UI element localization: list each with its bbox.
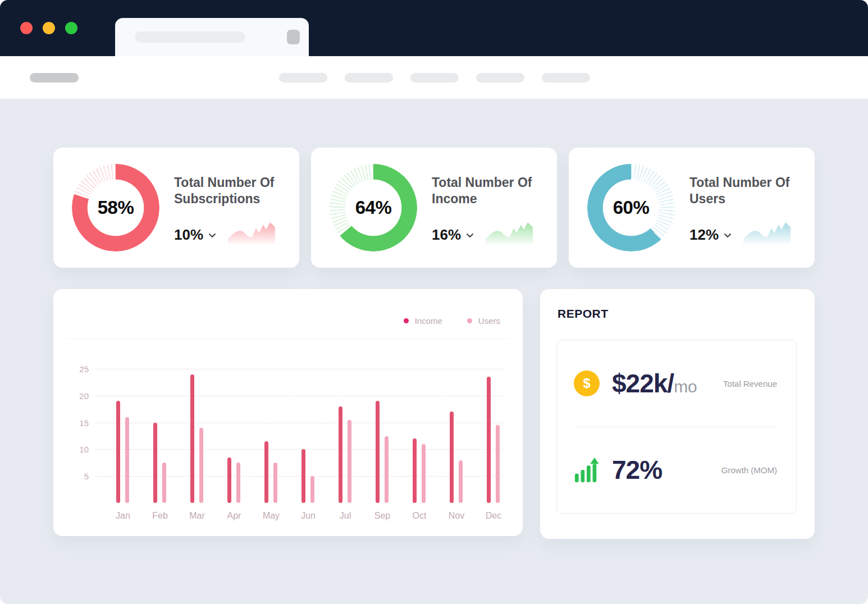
users-bar[interactable] xyxy=(273,463,277,503)
users-bar[interactable] xyxy=(125,417,129,503)
income-bar[interactable] xyxy=(116,401,120,503)
tab-title-placeholder xyxy=(135,31,245,43)
users-donut-chart: 60% xyxy=(587,164,675,251)
dashboard-content: 58% Total Number Of Subscriptions 10% xyxy=(0,99,868,539)
main-row: Income Users 252015105JanFebMarAprMayJun… xyxy=(53,289,815,539)
income-bar[interactable] xyxy=(450,411,454,503)
users-bar[interactable] xyxy=(459,460,463,503)
y-axis-tick-label: 20 xyxy=(60,391,89,400)
bar-group-may: May xyxy=(264,369,278,503)
bar-group-apr: Apr xyxy=(227,369,241,503)
subscriptions-donut-chart: 58% xyxy=(72,164,159,251)
x-axis-label: Oct xyxy=(413,511,427,521)
nav-menu-placeholders xyxy=(279,73,590,83)
delta-value: 10% xyxy=(174,226,203,244)
income-bar[interactable] xyxy=(227,457,231,503)
delta-dropdown[interactable]: 10% xyxy=(174,226,216,244)
delta-dropdown[interactable]: 16% xyxy=(432,226,474,244)
browser-toolbar xyxy=(0,56,868,99)
income-bar[interactable] xyxy=(153,423,157,503)
bar-group-jul: Jul xyxy=(339,369,352,503)
income-percent: 64% xyxy=(330,164,417,251)
income-bar[interactable] xyxy=(487,377,491,503)
income-bar[interactable] xyxy=(301,449,305,503)
report-metrics-panel: $ $22k/mo Total Revenue xyxy=(556,340,797,514)
users-bar[interactable] xyxy=(422,444,426,503)
bar-group-jun: Jun xyxy=(301,369,315,503)
x-axis-label: Dec xyxy=(486,511,501,521)
tab-close-placeholder[interactable] xyxy=(287,30,300,44)
sparkline-chart xyxy=(228,219,275,244)
sparkline-chart xyxy=(486,219,533,244)
y-axis-tick-label: 5 xyxy=(60,472,89,481)
users-bar[interactable] xyxy=(199,428,203,503)
close-window-icon[interactable] xyxy=(20,22,33,34)
bar-plot-area: 252015105JanFebMarAprMayJunJulSepOctNovD… xyxy=(95,369,502,503)
monthly-bar-chart-card: Income Users 252015105JanFebMarAprMayJun… xyxy=(53,289,523,536)
y-axis-tick-label: 10 xyxy=(60,445,89,454)
report-card: REPORT $ $22k/mo Total Revenue xyxy=(540,289,815,539)
stat-cards-row: 58% Total Number Of Subscriptions 10% xyxy=(53,148,815,268)
income-bar[interactable] xyxy=(376,401,380,503)
bar-group-dec: Dec xyxy=(487,369,500,503)
chart-divider xyxy=(67,338,509,339)
y-axis-tick-label: 25 xyxy=(60,364,89,374)
browser-tab[interactable] xyxy=(115,18,309,56)
income-bar[interactable] xyxy=(264,441,268,503)
total-revenue-suffix: mo xyxy=(674,377,697,396)
maximize-window-icon[interactable] xyxy=(65,22,77,34)
chevron-down-icon xyxy=(724,232,732,238)
total-revenue-label: Total Revenue xyxy=(723,379,777,388)
legend-users[interactable]: Users xyxy=(467,316,500,326)
users-bar[interactable] xyxy=(236,463,240,503)
delta-dropdown[interactable]: 12% xyxy=(689,226,732,244)
nav-item-placeholder-2[interactable] xyxy=(345,73,393,83)
users-dot-icon xyxy=(467,318,472,323)
stat-title: Total Number Of Income xyxy=(432,175,542,207)
users-percent: 60% xyxy=(587,164,675,251)
back-control-placeholder[interactable] xyxy=(30,73,79,83)
users-bar[interactable] xyxy=(162,463,166,503)
dollar-coin-icon: $ xyxy=(574,370,600,396)
x-axis-label: Feb xyxy=(152,511,168,521)
total-revenue-row: $ $22k/mo Total Revenue xyxy=(557,340,796,427)
chevron-down-icon xyxy=(208,232,216,238)
bar-group-feb: Feb xyxy=(153,369,167,503)
delta-value: 16% xyxy=(432,226,461,244)
stat-card-subscriptions: 58% Total Number Of Subscriptions 10% xyxy=(53,148,299,268)
bar-group-mar: Mar xyxy=(190,369,204,503)
nav-item-placeholder-4[interactable] xyxy=(476,73,524,83)
stat-title: Total Number Of Users xyxy=(689,175,800,207)
browser-topbar xyxy=(0,0,868,56)
x-axis-label: Jan xyxy=(116,511,130,521)
browser-window: 58% Total Number Of Subscriptions 10% xyxy=(0,0,868,604)
subscriptions-percent: 58% xyxy=(72,164,159,251)
income-bar[interactable] xyxy=(190,374,194,503)
x-axis-label: Jun xyxy=(301,511,316,521)
nav-item-placeholder-5[interactable] xyxy=(542,73,590,83)
y-axis-tick-label: 15 xyxy=(60,418,89,427)
x-axis-label: Jul xyxy=(340,511,351,521)
income-donut-chart: 64% xyxy=(330,164,417,251)
minimize-window-icon[interactable] xyxy=(43,22,55,34)
bar-group-jan: Jan xyxy=(116,369,130,503)
users-bar[interactable] xyxy=(385,436,389,504)
growth-value: 72% xyxy=(612,455,662,485)
users-bar[interactable] xyxy=(496,425,500,503)
income-bar[interactable] xyxy=(413,438,417,503)
delta-value: 12% xyxy=(689,226,719,244)
users-bar[interactable] xyxy=(310,476,314,503)
users-bar[interactable] xyxy=(348,420,351,503)
stat-card-income: 64% Total Number Of Income 16% xyxy=(311,148,557,268)
x-axis-label: Sep xyxy=(374,511,390,521)
bar-group-sep: Sep xyxy=(376,369,389,503)
nav-item-placeholder-1[interactable] xyxy=(279,73,327,83)
total-revenue-value: $22k/ xyxy=(612,369,674,398)
chevron-down-icon xyxy=(466,232,474,238)
bar-group-nov: Nov xyxy=(450,369,463,503)
income-bar[interactable] xyxy=(339,406,342,503)
nav-item-placeholder-3[interactable] xyxy=(410,73,459,83)
legend-income[interactable]: Income xyxy=(404,316,442,326)
growth-row: 72% Growth (MOM) xyxy=(557,427,796,513)
stat-title: Total Number Of Subscriptions xyxy=(174,175,285,207)
